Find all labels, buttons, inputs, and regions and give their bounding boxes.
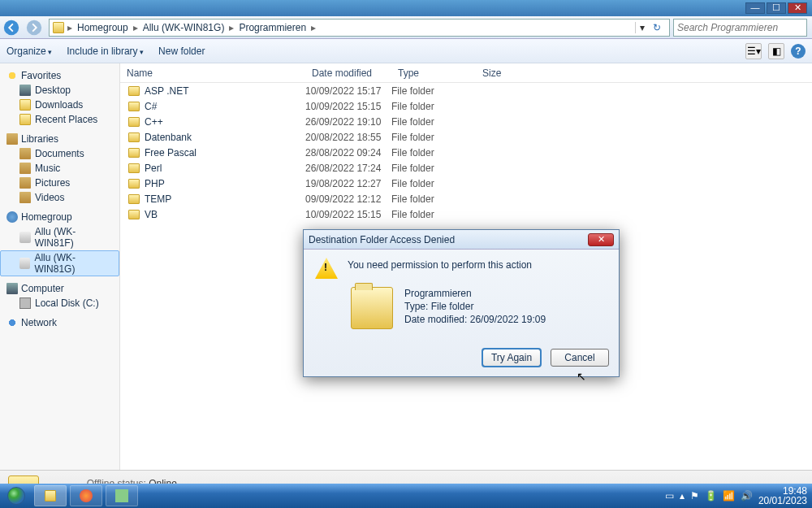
- try-again-button[interactable]: Try Again: [482, 349, 541, 367]
- folder-icon: [128, 132, 140, 142]
- toolbar: Organize Include in library New folder ☰…: [0, 39, 812, 63]
- navbar: ▸ Homegroup▸ Allu (WK-WIN81G)▸ Programmi…: [0, 16, 812, 39]
- close-button[interactable]: ✕: [788, 2, 807, 14]
- sidebar-item-documents[interactable]: Documents: [0, 146, 119, 161]
- breadcrumb-item[interactable]: Homegroup: [76, 22, 130, 33]
- file-type: File folder: [391, 193, 476, 205]
- table-row[interactable]: PHP19/08/2022 12:27File folder: [120, 176, 812, 191]
- maximize-button[interactable]: ☐: [767, 2, 786, 14]
- file-date: 09/09/2022 12:12: [305, 193, 391, 205]
- system-tray: ▭ ▴ ⚑ 🔋 📶 🔊 19:4820/01/2023: [665, 486, 812, 506]
- folder-icon: [351, 287, 393, 329]
- table-row[interactable]: Free Pascal28/08/2022 09:24File folder: [120, 145, 812, 160]
- file-name: Datenbank: [145, 132, 192, 143]
- view-options[interactable]: ☰▾: [745, 43, 762, 59]
- table-row[interactable]: Perl26/08/2022 17:24File folder: [120, 160, 812, 176]
- tray-flag-icon[interactable]: ⚑: [690, 490, 699, 501]
- file-date: 10/09/2022 15:15: [305, 101, 391, 112]
- sidebar-homegroup-header[interactable]: Homegroup: [0, 210, 119, 224]
- file-type: File folder: [391, 209, 476, 220]
- folder-icon: [19, 99, 31, 111]
- sidebar: Favorites Desktop Downloads Recent Place…: [0, 63, 120, 470]
- sidebar-item-local-disk[interactable]: Local Disk (C:): [0, 296, 119, 310]
- col-date[interactable]: Date modified: [305, 67, 391, 79]
- folder-icon: [45, 490, 56, 501]
- desktop-icon: [19, 85, 31, 96]
- sidebar-item-videos[interactable]: Videos: [0, 190, 119, 205]
- sidebar-item-homegroup-2[interactable]: Allu (WK-WIN81G): [0, 250, 119, 276]
- preview-pane-toggle[interactable]: ◧: [768, 43, 784, 59]
- warning-icon: [315, 258, 338, 279]
- file-name: ASP .NET: [145, 85, 188, 97]
- col-name[interactable]: Name: [120, 67, 305, 79]
- dialog-folder-type: Type: File folder: [404, 300, 546, 313]
- sidebar-favorites-header[interactable]: Favorites: [0, 68, 119, 83]
- tray-volume-icon[interactable]: 🔊: [741, 490, 753, 501]
- tray-battery-icon[interactable]: ▭: [665, 490, 674, 501]
- cancel-button[interactable]: Cancel: [551, 349, 609, 367]
- back-button[interactable]: [0, 16, 23, 39]
- refresh-button[interactable]: ↻: [648, 22, 666, 33]
- taskbar-explorer[interactable]: [34, 485, 67, 506]
- file-name: PHP: [145, 178, 165, 189]
- taskbar-firefox[interactable]: [70, 485, 102, 506]
- table-row[interactable]: C++26/09/2022 19:10File folder: [120, 114, 812, 129]
- address-bar[interactable]: ▸ Homegroup▸ Allu (WK-WIN81G)▸ Programmi…: [49, 19, 670, 37]
- file-type: File folder: [391, 132, 476, 143]
- table-row[interactable]: VB10/09/2022 15:15File folder: [120, 206, 812, 222]
- folder-icon: [128, 102, 140, 111]
- minimize-button[interactable]: —: [745, 2, 765, 14]
- folder-icon: [128, 86, 140, 96]
- table-row[interactable]: Datenbank20/08/2022 18:55File folder: [120, 129, 812, 145]
- folder-icon: [128, 179, 140, 189]
- col-type[interactable]: Type: [391, 67, 476, 79]
- file-type: File folder: [391, 163, 476, 174]
- column-headers: Name Date modified Type Size: [120, 63, 812, 83]
- sidebar-libraries-header[interactable]: Libraries: [0, 132, 119, 146]
- table-row[interactable]: TEMP09/09/2022 12:12File folder: [120, 191, 812, 206]
- forward-button[interactable]: [23, 16, 45, 39]
- folder-icon: [128, 148, 140, 158]
- col-size[interactable]: Size: [476, 67, 541, 79]
- table-row[interactable]: C#10/09/2022 15:15File folder: [120, 98, 812, 114]
- include-library-menu[interactable]: Include in library: [67, 46, 144, 57]
- dialog-titlebar[interactable]: Destination Folder Access Denied ✕: [304, 230, 619, 250]
- sidebar-computer-header[interactable]: Computer: [0, 281, 119, 296]
- help-button[interactable]: ?: [791, 44, 806, 59]
- tray-network-icon[interactable]: 📶: [723, 490, 735, 501]
- taskbar-app[interactable]: [106, 485, 138, 506]
- breadcrumb-item[interactable]: Programmieren: [237, 22, 308, 33]
- new-folder-button[interactable]: New folder: [158, 46, 205, 57]
- folder-icon: [53, 22, 64, 33]
- organize-menu[interactable]: Organize: [6, 46, 52, 57]
- search-input[interactable]: [677, 22, 803, 33]
- sidebar-item-downloads[interactable]: Downloads: [0, 98, 119, 112]
- search-box[interactable]: [673, 19, 807, 37]
- sidebar-item-recent[interactable]: Recent Places: [0, 112, 119, 127]
- start-button[interactable]: [0, 484, 32, 508]
- file-type: File folder: [391, 147, 476, 158]
- sidebar-item-desktop[interactable]: Desktop: [0, 83, 119, 98]
- file-name: Perl: [145, 163, 162, 174]
- file-name: C++: [145, 116, 163, 128]
- computer-icon: [6, 283, 18, 294]
- file-type: File folder: [391, 116, 476, 128]
- tray-chevron-icon[interactable]: ▴: [680, 490, 685, 501]
- table-row[interactable]: ASP .NET10/09/2022 15:17File folder: [120, 83, 812, 98]
- file-date: 26/08/2022 17:24: [305, 163, 391, 174]
- sidebar-item-music[interactable]: Music: [0, 161, 119, 176]
- sidebar-network-header[interactable]: Network: [0, 315, 119, 330]
- star-icon: [6, 70, 18, 81]
- address-dropdown[interactable]: ▾: [635, 22, 648, 33]
- file-name: Free Pascal: [145, 147, 197, 158]
- music-icon: [19, 163, 31, 174]
- breadcrumb-item[interactable]: Allu (WK-WIN81G): [141, 22, 227, 33]
- file-name: TEMP: [145, 193, 171, 205]
- folder-icon: [19, 114, 31, 125]
- tray-power-icon[interactable]: 🔋: [705, 490, 717, 501]
- sidebar-item-pictures[interactable]: Pictures: [0, 176, 119, 190]
- dialog-close-button[interactable]: ✕: [588, 233, 614, 246]
- sidebar-item-homegroup-1[interactable]: Allu (WK-WIN81F): [0, 224, 119, 250]
- folder-icon: [128, 210, 140, 219]
- clock[interactable]: 19:4820/01/2023: [758, 486, 807, 506]
